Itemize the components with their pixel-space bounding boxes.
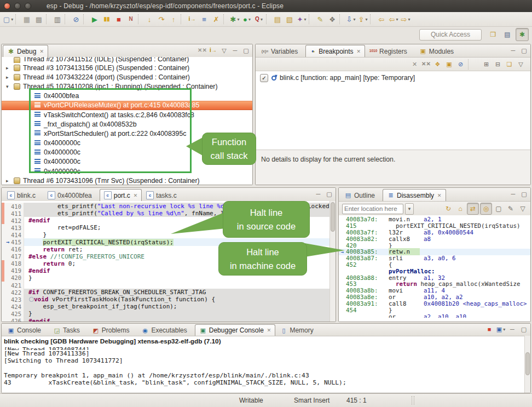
tab-tasks-c[interactable]: c tasks.c [142, 189, 184, 201]
tab-registers[interactable]: Registers [365, 45, 415, 57]
tab-close-icon[interactable]: ✕ [134, 193, 138, 198]
home-icon[interactable]: ⌂ [455, 203, 466, 214]
use-step-filters-icon[interactable]: ✗ [210, 13, 222, 25]
show-supported-breakpoints-icon[interactable]: ❖ [432, 59, 443, 70]
profile-icon[interactable]: Q [253, 13, 265, 25]
disassembly-row[interactable]: 40083a82:callx8a8 [339, 236, 530, 242]
location-dropdown-icon[interactable]: ▼ [405, 203, 414, 215]
line-gutter[interactable]: 424 [2, 303, 24, 310]
external-tools-icon[interactable]: ✦ [296, 13, 308, 25]
line-gutter[interactable]: 414 [2, 231, 24, 238]
quick-access-field[interactable]: Quick Access [419, 29, 482, 41]
debug-icon[interactable]: ✱ [229, 13, 241, 25]
tab-disassembly[interactable]: ≣ Disassembly ✕ [383, 189, 446, 201]
tab-executables[interactable]: ◉ Executables [137, 324, 194, 336]
disassembly-row[interactable]: 40083a7f:l32ra8, 0x40080544 [339, 230, 530, 236]
remove-all-breakpoints-icon[interactable]: ✕✕ [421, 59, 431, 70]
view-menu-icon[interactable]: ▽ [516, 59, 526, 70]
tab-debug[interactable]: ✱ Debug ✕ [3, 45, 48, 57]
annotations-icon[interactable]: ⇪ [357, 13, 369, 25]
disassembly-row[interactable]: 420} [339, 242, 530, 249]
remove-breakpoint-icon[interactable]: ✕ [409, 59, 420, 70]
location-input[interactable] [342, 204, 403, 214]
disassembly-row[interactable]: 40083a91:call80x40081b20 <heap_caps_mall… [339, 300, 530, 307]
disassembly-row[interactable]: 40083a7d:movi.na2, 1 [339, 216, 530, 223]
debug-tree-row[interactable]: _frxt_dispatch() at 0x4008532b [2, 119, 252, 129]
line-gutter[interactable]: 419 [2, 267, 24, 274]
instruction-stepping-icon[interactable]: i→ [186, 13, 198, 25]
tab-debugger-console[interactable]: ▣ Debugger Console ✕ [195, 324, 276, 336]
console-output[interactable]: [New Thread 1073408744] [New Thread 1073… [2, 346, 525, 393]
disassembly-row[interactable]: 40083a8e:ora10, a2, a2 [339, 294, 530, 301]
disassembly-row[interactable]: ora2, a10, a10 [339, 313, 530, 318]
tab-memory[interactable]: ▯ Memory [275, 324, 321, 336]
line-gutter[interactable]: 412 [2, 217, 24, 224]
sync-with-stack-icon[interactable]: ⇄ [467, 203, 479, 215]
debug-tree-row[interactable]: vTaskSwitchContext() at tasks.c:2,846 0x… [2, 110, 252, 119]
debug-tree-row[interactable]: ▸ Thread #3 1073413156 (IDLE) (Suspended… [2, 63, 252, 72]
line-gutter[interactable]: 413 [2, 224, 24, 231]
skip-all-icon[interactable]: ⊘ [455, 59, 466, 70]
debug-tree-row[interactable]: Thread #2 1073411512 (IDLE) (Suspended :… [2, 57, 252, 63]
disassembly-row[interactable]: 453 return heap_caps_malloc(xWantedSize [339, 281, 530, 288]
run-icon[interactable]: ● [241, 13, 253, 25]
disassembly-row[interactable]: 40083a8b:movia11, 4 [339, 288, 530, 294]
step-into-icon[interactable]: ↓ [143, 13, 155, 25]
line-gutter[interactable]: →415 [2, 238, 24, 245]
step-return-icon[interactable]: ↑ [167, 13, 180, 25]
group-by-icon[interactable]: ❏ [504, 59, 514, 70]
maximize-icon[interactable]: ▢ [519, 324, 529, 334]
maximize-icon[interactable]: ▢ [325, 189, 334, 199]
tab-modules[interactable]: ▣ Modules [415, 45, 461, 57]
debug-tree-row[interactable]: 0x4000000c [2, 167, 252, 176]
window-minimize-button[interactable] [14, 3, 21, 9]
open-perspective-icon[interactable]: ❒ [487, 28, 499, 41]
open-new-view-icon[interactable]: ▢ [493, 203, 504, 214]
step-over-icon[interactable]: ↷ [155, 13, 167, 25]
line-gutter[interactable]: 426 [2, 318, 24, 322]
fetch-symbols-icon[interactable]: ⇩ [345, 13, 357, 25]
minimize-icon[interactable]: ─ [508, 45, 518, 55]
skip-all-breakpoints-icon[interactable]: ⊘ [70, 13, 82, 25]
tab-0x4000bfea[interactable]: c 0x4000bfea [43, 189, 100, 201]
breakpoint-checkbox[interactable]: ✓ [260, 74, 268, 82]
tab-variables[interactable]: Variables [257, 45, 305, 57]
debug-tree-row[interactable]: ▸ Thread #6 1073431096 (Tmr Svc) (Suspen… [2, 176, 252, 185]
tab-breakpoints[interactable]: Breakpoints ✕ [305, 45, 365, 57]
code-line-421[interactable]: 421 [2, 282, 330, 289]
line-gutter[interactable]: 417 [2, 253, 24, 260]
disassembly-listing[interactable]: 40083a7d:movi.na2, 1415 portEXIT_CRITICA… [339, 215, 530, 322]
open-folder-icon[interactable]: ▧ [284, 13, 296, 25]
disassembly-row[interactable]: 40083a87:srlia3, a0, 6 [339, 255, 530, 262]
window-close-button[interactable] [4, 3, 10, 9]
line-gutter[interactable]: 422 [2, 289, 24, 296]
maximize-icon[interactable]: ▢ [241, 45, 251, 55]
refresh-icon[interactable]: ↻ [443, 203, 454, 214]
cpp-perspective-icon[interactable]: ▤ [501, 28, 513, 41]
maximize-icon[interactable]: ▢ [519, 45, 529, 55]
maximize-icon[interactable]: ▢ [519, 189, 529, 199]
back-icon[interactable]: ⇦ [388, 13, 400, 25]
expand-all-icon[interactable]: ⊞ [481, 59, 491, 70]
terminate-icon[interactable]: ■ [113, 13, 125, 25]
minimize-icon[interactable]: ─ [230, 45, 240, 55]
last-edit-location-icon[interactable]: ⇦ [375, 13, 388, 25]
view-menu-icon[interactable]: ▽ [219, 45, 229, 55]
tab-close-icon[interactable]: ✕ [267, 328, 271, 333]
suspend-icon[interactable]: ▮▮ [101, 13, 113, 25]
line-gutter[interactable]: 410 [2, 203, 24, 210]
show-debug-icon[interactable]: ≡ [198, 13, 210, 25]
disassembly-row[interactable]: →40083a85:retw.n [339, 249, 530, 255]
code-line-426[interactable]: 426#endif [2, 318, 330, 322]
disassembly-row[interactable]: 415 portEXIT_CRITICAL_NESTED(irqStatus) [339, 223, 530, 230]
line-gutter[interactable]: 423 [2, 296, 24, 303]
resume-icon[interactable]: ▶ [89, 13, 101, 25]
debug-tree-row[interactable]: vPortCPUReleaseMutex() at port.c:415 0x4… [2, 101, 252, 110]
line-gutter[interactable]: 418 [2, 260, 24, 267]
minimize-icon[interactable]: ─ [314, 189, 323, 199]
debug-tree-row[interactable]: ▸ Thread #4 1073432224 (dport) (Suspende… [2, 72, 252, 82]
line-gutter[interactable]: 416 [2, 246, 24, 253]
build-icon[interactable]: ❖ [326, 13, 338, 25]
mark-occurrences-icon[interactable]: ✎ [314, 13, 326, 25]
instruction-stepping-toggle-icon[interactable]: i→ [209, 45, 218, 55]
